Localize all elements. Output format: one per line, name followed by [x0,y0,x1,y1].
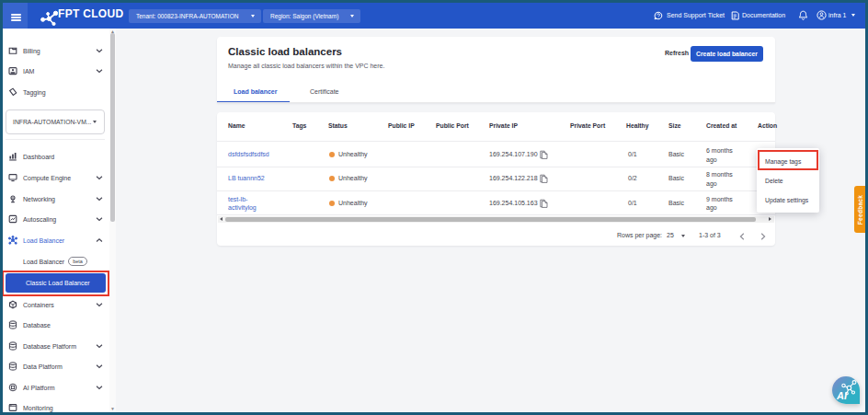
svg-text:AI: AI [836,390,848,401]
